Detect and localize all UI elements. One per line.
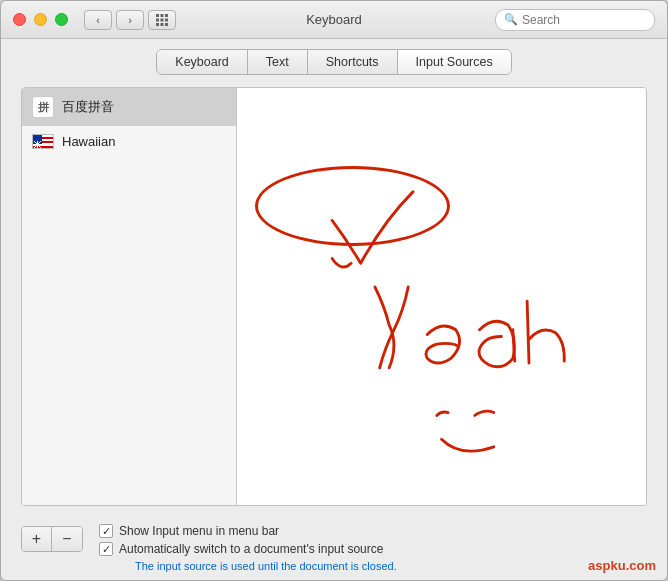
svg-rect-3 bbox=[156, 18, 159, 21]
auto-switch-checkbox[interactable]: ✓ bbox=[99, 542, 113, 556]
tabs-container: Keyboard Text Shortcuts Input Sources bbox=[156, 49, 511, 75]
traffic-lights bbox=[13, 13, 68, 26]
auto-switch-label: Automatically switch to a document's inp… bbox=[119, 542, 383, 556]
maximize-button[interactable] bbox=[55, 13, 68, 26]
source-item-baidu[interactable]: 拼 百度拼音 bbox=[22, 88, 236, 126]
svg-rect-6 bbox=[156, 23, 159, 26]
main-content: 拼 百度拼音 bbox=[1, 75, 667, 516]
window-title: Keyboard bbox=[306, 12, 362, 27]
svg-rect-7 bbox=[161, 23, 164, 26]
baidu-label: 百度拼音 bbox=[62, 98, 114, 116]
show-menu-row: ✓ Show Input menu in menu bar bbox=[99, 524, 397, 538]
show-menu-label: Show Input menu in menu bar bbox=[119, 524, 279, 538]
nav-buttons: ‹ › bbox=[84, 10, 144, 30]
titlebar: ‹ › Keyboard 🔍 bbox=[1, 1, 667, 39]
svg-rect-5 bbox=[165, 18, 168, 21]
grid-icon bbox=[155, 13, 169, 27]
baidu-icon: 拼 bbox=[32, 96, 54, 118]
search-icon: 🔍 bbox=[504, 13, 518, 26]
svg-rect-1 bbox=[161, 14, 164, 17]
auto-switch-row: ✓ Automatically switch to a document's i… bbox=[99, 542, 397, 556]
remove-source-button[interactable]: − bbox=[52, 527, 82, 551]
window: ‹ › Keyboard 🔍 Keyboard Text bbox=[0, 0, 668, 581]
grid-button[interactable] bbox=[148, 10, 176, 30]
show-menu-checkbox[interactable]: ✓ bbox=[99, 524, 113, 538]
bottom-controls: + − ✓ Show Input menu in menu bar ✓ Auto… bbox=[21, 524, 647, 572]
hawaiian-label: Hawaiian bbox=[62, 134, 115, 149]
svg-rect-4 bbox=[161, 18, 164, 21]
minimize-button[interactable] bbox=[34, 13, 47, 26]
add-source-button[interactable]: + bbox=[22, 527, 52, 551]
tab-keyboard[interactable]: Keyboard bbox=[157, 50, 248, 74]
search-input[interactable] bbox=[522, 13, 642, 27]
close-button[interactable] bbox=[13, 13, 26, 26]
svg-rect-2 bbox=[165, 14, 168, 17]
tab-input-sources[interactable]: Input Sources bbox=[398, 50, 511, 74]
bottom-bar: + − ✓ Show Input menu in menu bar ✓ Auto… bbox=[1, 516, 667, 580]
source-list: 拼 百度拼音 bbox=[22, 88, 237, 505]
plus-minus-buttons: + − bbox=[21, 526, 83, 552]
tabs-bar: Keyboard Text Shortcuts Input Sources bbox=[1, 39, 667, 75]
checkboxes: ✓ Show Input menu in menu bar ✓ Automati… bbox=[99, 524, 397, 572]
back-button[interactable]: ‹ bbox=[84, 10, 112, 30]
forward-button[interactable]: › bbox=[116, 10, 144, 30]
tab-text[interactable]: Text bbox=[248, 50, 308, 74]
drawing-area bbox=[237, 88, 646, 505]
search-box[interactable]: 🔍 bbox=[495, 9, 655, 31]
tab-shortcuts[interactable]: Shortcuts bbox=[308, 50, 398, 74]
source-item-hawaiian[interactable]: Hawaiian bbox=[22, 126, 236, 157]
svg-rect-8 bbox=[165, 23, 168, 26]
info-text: The input source is used until the docum… bbox=[135, 560, 397, 572]
svg-rect-0 bbox=[156, 14, 159, 17]
handwriting-svg bbox=[237, 88, 646, 505]
content-pane: 拼 百度拼音 bbox=[21, 87, 647, 506]
hawaiian-flag-icon bbox=[32, 134, 54, 149]
